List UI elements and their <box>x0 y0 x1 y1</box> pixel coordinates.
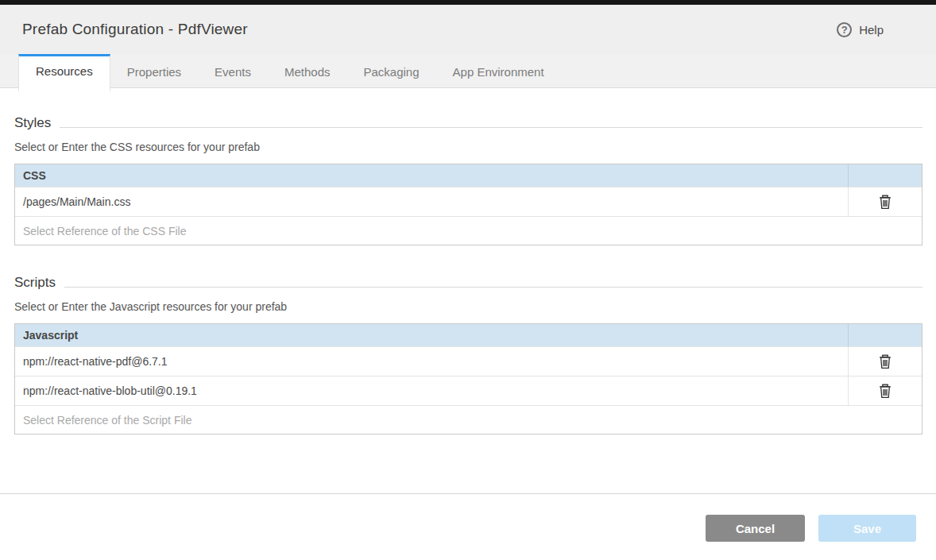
cancel-button[interactable]: Cancel <box>706 515 805 542</box>
css-column-header: CSS <box>15 164 849 187</box>
tab-packaging[interactable]: Packaging <box>346 54 435 87</box>
css-resource-placeholder-input[interactable]: Select Reference of the CSS File <box>15 216 922 245</box>
tab-label: App Environment <box>453 65 544 79</box>
delete-css-resource-button[interactable] <box>874 191 896 213</box>
trash-icon <box>878 195 892 210</box>
tab-label: Properties <box>127 65 181 79</box>
dialog-header: Prefab Configuration - PdfViewer ? Help <box>0 5 936 54</box>
delete-script-resource-button[interactable] <box>874 350 896 373</box>
tab-resources[interactable]: Resources <box>18 54 110 91</box>
script-resources-table: Javascript npm://react-native-pdf@6.7.1 <box>14 323 922 434</box>
tab-events[interactable]: Events <box>198 54 268 87</box>
script-resource-value[interactable]: npm://react-native-blob-util@0.19.1 <box>15 377 849 405</box>
table-header-row: Javascript <box>15 324 922 346</box>
table-row: npm://react-native-pdf@6.7.1 <box>15 346 922 376</box>
script-resource-placeholder-input[interactable]: Select Reference of the Script File <box>15 405 922 434</box>
actions-column-header <box>849 164 922 187</box>
trash-icon <box>878 354 892 369</box>
trash-icon <box>878 384 892 399</box>
css-resources-table: CSS /pages/Main/Main.css <box>14 164 922 245</box>
actions-column-header <box>849 324 922 346</box>
tab-label: Packaging <box>363 65 419 79</box>
tab-label: Events <box>215 65 251 79</box>
help-button[interactable]: ? Help <box>837 22 884 37</box>
tab-methods[interactable]: Methods <box>268 54 347 87</box>
save-button[interactable]: Save <box>818 515 916 542</box>
actions-cell <box>849 187 922 216</box>
actions-cell <box>849 377 922 405</box>
tab-properties[interactable]: Properties <box>110 54 198 87</box>
tab-bar: Resources Properties Events Methods Pack… <box>0 54 936 88</box>
scripts-section-description: Select or Enter the Javascript resources… <box>14 300 922 313</box>
tab-label: Methods <box>284 65 331 79</box>
resources-panel: Styles Select or Enter the CSS resources… <box>0 116 936 434</box>
styles-section-description: Select or Enter the CSS resources for yo… <box>14 141 922 153</box>
tab-label: Resources <box>36 64 93 78</box>
table-row: npm://react-native-blob-util@0.19.1 <box>15 376 922 405</box>
question-mark-icon: ? <box>837 22 852 37</box>
styles-section-title: Styles <box>14 116 922 130</box>
css-resource-value[interactable]: /pages/Main/Main.css <box>15 187 849 216</box>
dialog-footer: Cancel Save <box>0 493 936 560</box>
tab-app-environment[interactable]: App Environment <box>436 54 561 87</box>
actions-cell <box>849 347 922 376</box>
page-title: Prefab Configuration - PdfViewer <box>22 21 248 38</box>
prefab-configuration-dialog: Prefab Configuration - PdfViewer ? Help … <box>0 0 936 560</box>
help-label: Help <box>859 23 884 37</box>
script-resource-value[interactable]: npm://react-native-pdf@6.7.1 <box>15 347 849 376</box>
delete-script-resource-button[interactable] <box>874 380 896 402</box>
javascript-column-header: Javascript <box>15 324 849 346</box>
scripts-section-title: Scripts <box>14 276 922 290</box>
table-header-row: CSS <box>15 164 922 187</box>
table-row: /pages/Main/Main.css <box>15 187 922 216</box>
